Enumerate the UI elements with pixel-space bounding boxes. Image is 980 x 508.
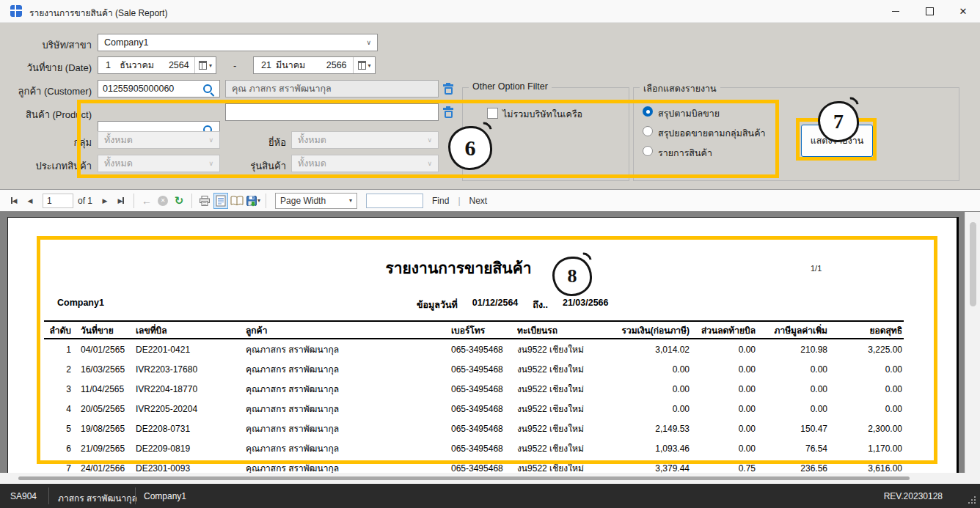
cell-date: 24/01/2566 bbox=[73, 463, 136, 474]
customer-label: ลูกค้า (Customer) bbox=[0, 84, 92, 99]
date-to-day: 21 bbox=[261, 60, 276, 70]
last-page-button[interactable]: ▶ bbox=[114, 193, 128, 209]
print-button[interactable] bbox=[197, 193, 212, 209]
cell-discount: 0.75 bbox=[690, 463, 756, 474]
status-separator bbox=[135, 487, 136, 504]
stop-icon: ✕ bbox=[158, 196, 168, 206]
search-icon[interactable] bbox=[203, 84, 212, 93]
highlight-box-report-output bbox=[37, 236, 937, 464]
date-from-year: 2564 bbox=[169, 60, 194, 70]
toolbar-separator bbox=[134, 194, 134, 208]
customer-name-field: คุณ ภาสกร สราพัฒนากุล bbox=[225, 80, 439, 97]
report-toolbar: ◀ ◀ 1 of 1 ▶ ▶ ← ✕ ↻ ▾ Page Width ▾ Find… bbox=[0, 189, 980, 212]
caret-down-icon: ▾ bbox=[257, 197, 260, 204]
back-button[interactable]: ← bbox=[139, 193, 154, 209]
horizontal-scrollbar[interactable] bbox=[0, 473, 965, 484]
date-to-month: มีนาคม bbox=[276, 58, 326, 73]
cell-bill-no: DE2301-0093 bbox=[136, 463, 246, 474]
back-arrow-icon: ← bbox=[142, 195, 152, 207]
customer-name-value: คุณ ภาสกร สราพัฒนากุล bbox=[232, 81, 332, 96]
export-save-icon bbox=[246, 195, 257, 207]
customer-clear-trash-icon[interactable] bbox=[443, 83, 453, 95]
find-button[interactable]: Find bbox=[432, 196, 449, 206]
window-title: รายงานการขายสินค้า (Sale Report) bbox=[29, 6, 167, 20]
minimize-button[interactable] bbox=[879, 0, 913, 22]
close-button[interactable]: ✕ bbox=[946, 0, 980, 22]
find-text-input[interactable] bbox=[366, 194, 423, 208]
annotation-circle-7: 7 bbox=[818, 101, 859, 142]
page-count-label: of 1 bbox=[78, 196, 92, 206]
cell-no: 7 bbox=[44, 463, 73, 474]
annotation-circle-8: 8 bbox=[552, 257, 592, 296]
other-option-filter-title: Other Option Filter bbox=[469, 81, 552, 92]
company-value: Company1 bbox=[104, 37, 148, 48]
annotation-circle-6: 6 bbox=[448, 126, 492, 170]
date-to-year: 2566 bbox=[326, 60, 353, 70]
toolbar-separator bbox=[266, 194, 266, 208]
caret-down-icon: ▾ bbox=[368, 62, 371, 69]
caret-down-icon: ▾ bbox=[349, 197, 352, 204]
status-user-name: ภาสกร สราพัฒนากุล bbox=[58, 491, 137, 505]
maximize-icon bbox=[926, 7, 934, 15]
company-select[interactable]: Company1 ∨ bbox=[98, 34, 378, 51]
page-setup-book-icon bbox=[230, 196, 244, 206]
resize-grip[interactable] bbox=[968, 496, 977, 505]
minimize-icon bbox=[892, 11, 899, 12]
print-layout-button[interactable] bbox=[213, 193, 228, 209]
maximize-button[interactable] bbox=[913, 0, 946, 22]
date-from-month: ธันวาคม bbox=[120, 58, 169, 73]
previous-page-button[interactable]: ◀ bbox=[23, 193, 37, 209]
highlight-box-product-filters bbox=[77, 100, 779, 178]
status-revision: REV.20230128 bbox=[884, 491, 943, 501]
page-number-input[interactable]: 1 bbox=[43, 194, 73, 208]
refresh-icon: ↻ bbox=[175, 194, 184, 207]
refresh-button[interactable]: ↻ bbox=[172, 193, 186, 209]
title-bar: รายงานการขายสินค้า (Sale Report) ✕ bbox=[0, 0, 980, 23]
scrollbar-corner bbox=[965, 473, 980, 484]
report-select-title: เลือกแสดงรายงาน bbox=[640, 81, 720, 96]
status-screen-code: SA904 bbox=[10, 491, 37, 501]
date-range-separator: - bbox=[233, 60, 236, 71]
status-bar: SA904 ภาสกร สราพัฒนากุล Company1 REV.202… bbox=[0, 484, 980, 508]
zoom-select[interactable]: Page Width ▾ bbox=[275, 193, 357, 209]
vertical-scrollbar[interactable] bbox=[965, 212, 980, 473]
date-from-day: 1 bbox=[106, 60, 120, 70]
date-to-picker[interactable]: 21 มีนาคม 2566 ▾ bbox=[253, 56, 376, 74]
first-page-button[interactable]: ◀ bbox=[7, 193, 21, 209]
print-layout-icon bbox=[216, 195, 226, 207]
app-icon bbox=[10, 5, 22, 17]
next-page-button[interactable]: ▶ bbox=[98, 193, 112, 209]
calendar-icon bbox=[358, 61, 366, 70]
status-company-name: Company1 bbox=[144, 491, 186, 501]
find-next-button[interactable]: Next bbox=[469, 196, 488, 206]
date-from-picker[interactable]: 1 ธันวาคม 2564 ▾ bbox=[98, 56, 216, 74]
export-button[interactable]: ▾ bbox=[246, 193, 260, 209]
page-setup-button[interactable] bbox=[230, 193, 244, 209]
toolbar-separator bbox=[191, 194, 192, 208]
calendar-icon bbox=[199, 61, 207, 70]
vertical-scrollbar-thumb[interactable] bbox=[970, 222, 976, 306]
stop-button[interactable]: ✕ bbox=[156, 193, 170, 209]
caret-down-icon: ▾ bbox=[209, 62, 212, 69]
chevron-down-icon: ∨ bbox=[366, 39, 371, 46]
cell-phone: 065-3495468 bbox=[451, 463, 517, 474]
printer-icon bbox=[199, 195, 211, 207]
date-label: วันที่ขาย (Date) bbox=[0, 60, 92, 76]
zoom-value: Page Width bbox=[280, 196, 326, 206]
horizontal-scrollbar-thumb[interactable] bbox=[18, 476, 910, 480]
customer-code-input[interactable]: 01255905000060 bbox=[98, 80, 220, 97]
status-separator bbox=[48, 487, 49, 504]
calendar-dropdown-button[interactable]: ▾ bbox=[353, 57, 375, 73]
customer-code-value: 01255905000060 bbox=[103, 84, 174, 94]
cell-net: 3,616.00 bbox=[827, 463, 902, 474]
cell-amount: 3,379.44 bbox=[620, 463, 690, 474]
company-label: บริษัท/สาขา bbox=[0, 37, 92, 53]
find-next-divider: | bbox=[458, 196, 460, 206]
cell-vat: 236.56 bbox=[756, 463, 827, 474]
calendar-dropdown-button[interactable]: ▾ bbox=[194, 57, 216, 73]
